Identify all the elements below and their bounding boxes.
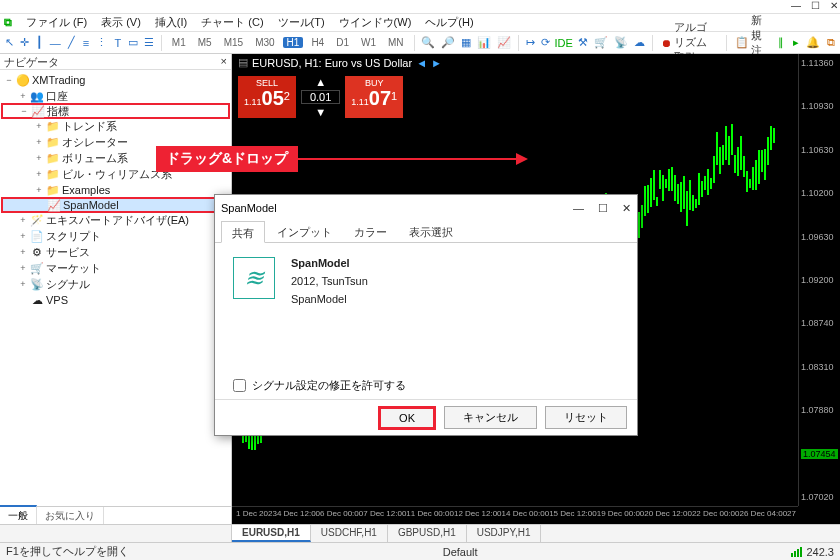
dialog-tab-visual[interactable]: 表示選択: [399, 221, 463, 242]
tree-node-スクリプト[interactable]: +📄スクリプト: [2, 228, 229, 244]
step-icon[interactable]: ▸: [790, 34, 801, 52]
tree-node-口座[interactable]: +👥口座: [2, 88, 229, 104]
nav-tab-general[interactable]: 一般: [0, 505, 37, 524]
arrow-icon: [298, 158, 518, 160]
separator: [726, 35, 727, 51]
menu-help[interactable]: ヘルプ(H): [419, 14, 479, 31]
navigator-panel: ナビゲータ × −🟡XMTrading +👥口座−📈指標+📁トレンド系+📁オシレ…: [0, 54, 232, 524]
shift-icon[interactable]: ↦: [525, 34, 536, 52]
status-bar: F1を押してヘルプを開く Default 242.3: [0, 542, 840, 560]
window-titlebar: — ☐ ✕: [0, 0, 840, 14]
chart-tab-usdjpy[interactable]: USDJPY,H1: [467, 525, 542, 542]
dialog-minimize-icon[interactable]: —: [573, 202, 584, 215]
tf-mn[interactable]: MN: [384, 37, 408, 48]
tree-node-指標[interactable]: −📈指標: [1, 103, 230, 119]
tf-m15[interactable]: M15: [220, 37, 247, 48]
chart-line-icon[interactable]: 📈: [496, 34, 512, 52]
tree-node-マーケット[interactable]: +🛒マーケット: [2, 260, 229, 276]
menu-chart[interactable]: チャート (C): [195, 14, 269, 31]
tester-icon[interactable]: ⚒: [577, 34, 589, 52]
market-icon[interactable]: 🛒: [593, 34, 609, 52]
tf-h1[interactable]: H1: [283, 37, 304, 48]
menu-file[interactable]: ファイル (F): [20, 14, 93, 31]
indicator-name: SpanModel: [291, 257, 368, 269]
tree-node-SpanModel[interactable]: 📈SpanModel: [1, 197, 230, 213]
cursor-icon[interactable]: ↖: [4, 34, 15, 52]
navigator-tree: −🟡XMTrading +👥口座−📈指標+📁トレンド系+📁オシレーター+📁ボリュ…: [0, 70, 231, 506]
alerts-icon[interactable]: 🔔: [805, 34, 821, 52]
navigator-title: ナビゲータ ×: [0, 54, 231, 70]
tree-node-トレンド系[interactable]: +📁トレンド系: [2, 118, 229, 134]
vps-icon[interactable]: ☁: [633, 34, 646, 52]
minimize-icon[interactable]: —: [791, 0, 801, 11]
chart-tab-eurusd[interactable]: EURUSD,H1: [232, 525, 311, 542]
fibo-icon[interactable]: ⋮: [95, 34, 108, 52]
dialog-tab-common[interactable]: 共有: [221, 221, 265, 243]
dialog-tabs: 共有 インプット カラー 表示選択: [215, 221, 637, 243]
status-profile[interactable]: Default: [443, 546, 478, 558]
reset-button[interactable]: リセット: [545, 406, 627, 429]
equidistant-icon[interactable]: ≡: [81, 34, 92, 52]
indicator-icon: ≋: [233, 257, 275, 299]
dialog-close-icon[interactable]: ✕: [622, 202, 631, 215]
chart-candles-icon[interactable]: 📊: [476, 34, 492, 52]
annotation-drag-drop: ドラッグ&ドロップ: [156, 146, 518, 172]
trendline-icon[interactable]: ╱: [66, 34, 77, 52]
hline-icon[interactable]: —: [49, 34, 62, 52]
indicator-properties-dialog: SpanModel — ☐ ✕ 共有 インプット カラー 表示選択 ≋ Span…: [214, 194, 638, 436]
chart-bars-icon[interactable]: ▦: [460, 34, 472, 52]
tree-node-Examples[interactable]: +📁Examples: [2, 182, 229, 198]
menu-window[interactable]: ウインドウ(W): [333, 14, 418, 31]
dialog-maximize-icon[interactable]: ☐: [598, 202, 608, 215]
crosshair-icon[interactable]: ✛: [19, 34, 30, 52]
menu-insert[interactable]: 挿入(I): [149, 14, 193, 31]
separator: [652, 35, 653, 51]
time-axis: 1 Dec 20234 Dec 12:006 Dec 00:007 Dec 12…: [232, 506, 798, 524]
toolbar: ↖ ✛ ┃ — ╱ ≡ ⋮ T ▭ ☰ M1 M5 M15 M30 H1 H4 …: [0, 32, 840, 54]
zoom-in-icon[interactable]: 🔍: [420, 34, 436, 52]
tree-node-サービス[interactable]: +⚙サービス: [2, 244, 229, 260]
vline-icon[interactable]: ┃: [34, 34, 45, 52]
tf-m1[interactable]: M1: [168, 37, 190, 48]
checkbox-input[interactable]: [233, 379, 246, 392]
indicator-desc: SpanModel: [291, 293, 368, 305]
chart-tab-gbpusd[interactable]: GBPUSD,H1: [388, 525, 467, 542]
chart-tab-usdchf[interactable]: USDCHF,H1: [311, 525, 388, 542]
tf-d1[interactable]: D1: [332, 37, 353, 48]
dialog-tab-colors[interactable]: カラー: [344, 221, 397, 242]
navigator-tabs: 一般 お気に入り: [0, 506, 231, 524]
tf-m5[interactable]: M5: [194, 37, 216, 48]
panel-close-icon[interactable]: ×: [221, 55, 227, 68]
allow-modify-checkbox[interactable]: シグナル設定の修正を許可する: [233, 378, 619, 393]
objects-icon[interactable]: ☰: [143, 34, 155, 52]
zoom-out-icon[interactable]: 🔎: [440, 34, 456, 52]
mail-icon[interactable]: ⧉: [825, 34, 836, 52]
dialog-titlebar[interactable]: SpanModel — ☐ ✕: [215, 195, 637, 221]
text-icon[interactable]: T: [112, 34, 123, 52]
separator: [518, 35, 519, 51]
ok-button[interactable]: OK: [378, 406, 436, 430]
play-icon[interactable]: ∥: [776, 34, 787, 52]
menu-tools[interactable]: ツール(T): [272, 14, 331, 31]
tree-node-VPS[interactable]: ☁VPS: [2, 292, 229, 308]
cancel-button[interactable]: キャンセル: [444, 406, 537, 429]
tf-w1[interactable]: W1: [357, 37, 380, 48]
tree-node-シグナル[interactable]: +📡シグナル: [2, 276, 229, 292]
chart-tabs: EURUSD,H1 USDCHF,H1 GBPUSD,H1 USDJPY,H1: [0, 524, 840, 542]
tf-h4[interactable]: H4: [307, 37, 328, 48]
signals-icon[interactable]: 📡: [613, 34, 629, 52]
tf-m30[interactable]: M30: [251, 37, 278, 48]
close-icon[interactable]: ✕: [830, 0, 838, 11]
label-icon[interactable]: ▭: [127, 34, 139, 52]
maximize-icon[interactable]: ☐: [811, 0, 820, 11]
separator: [161, 35, 162, 51]
connection-status[interactable]: 242.3: [791, 546, 834, 558]
tree-node-エキスパートアドバイザ(EA)[interactable]: +🪄エキスパートアドバイザ(EA): [2, 212, 229, 228]
dialog-tab-inputs[interactable]: インプット: [267, 221, 342, 242]
menu-view[interactable]: 表示 (V): [95, 14, 147, 31]
ide-icon[interactable]: IDE: [555, 34, 573, 52]
tree-root[interactable]: −🟡XMTrading: [2, 72, 229, 88]
signal-bars-icon: [791, 547, 802, 557]
nav-tab-favorites[interactable]: お気に入り: [37, 507, 104, 524]
autoscroll-icon[interactable]: ⟳: [540, 34, 551, 52]
